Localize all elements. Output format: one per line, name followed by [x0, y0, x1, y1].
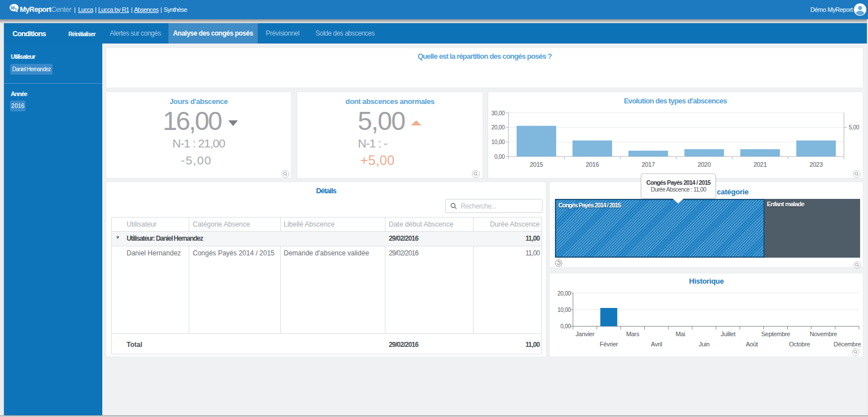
svg-text:Juillet: Juillet [721, 331, 735, 337]
svg-text:Février: Février [600, 341, 618, 348]
svg-text:2020: 2020 [697, 161, 710, 168]
svg-text:30,00: 30,00 [491, 110, 505, 116]
svg-text:Historique: Historique [689, 277, 723, 285]
svg-text:Décembre: Décembre [834, 341, 861, 348]
svg-text:2016: 2016 [585, 161, 598, 168]
svg-text:2015: 2015 [530, 161, 543, 168]
svg-text:Septembre: Septembre [761, 331, 790, 337]
svg-text:Avril: Avril [651, 341, 662, 348]
svg-text:20,00: 20,00 [491, 124, 505, 131]
svg-text:Mai: Mai [675, 331, 685, 337]
svg-text:10,00: 10,00 [491, 139, 505, 145]
svg-text:Août: Août [746, 341, 758, 348]
svg-text:Mars: Mars [626, 331, 640, 337]
svg-text:0,00: 0,00 [494, 154, 505, 160]
svg-text:10,00: 10,00 [557, 307, 571, 313]
svg-text:Octobre: Octobre [789, 341, 810, 348]
svg-text:Evolution des types d'abscence: Evolution des types d'abscences [624, 97, 727, 105]
svg-text:Janvier: Janvier [575, 331, 594, 337]
svg-text:2017: 2017 [641, 161, 654, 168]
svg-text:Novembre: Novembre [810, 331, 837, 337]
svg-text:0,00: 0,00 [561, 323, 571, 329]
svg-text:20,00: 20,00 [557, 290, 571, 297]
svg-text:2021: 2021 [753, 161, 766, 168]
svg-text:2023: 2023 [809, 161, 822, 168]
svg-text:Juin: Juin [699, 341, 710, 348]
svg-text:5,00: 5,00 [849, 124, 860, 131]
